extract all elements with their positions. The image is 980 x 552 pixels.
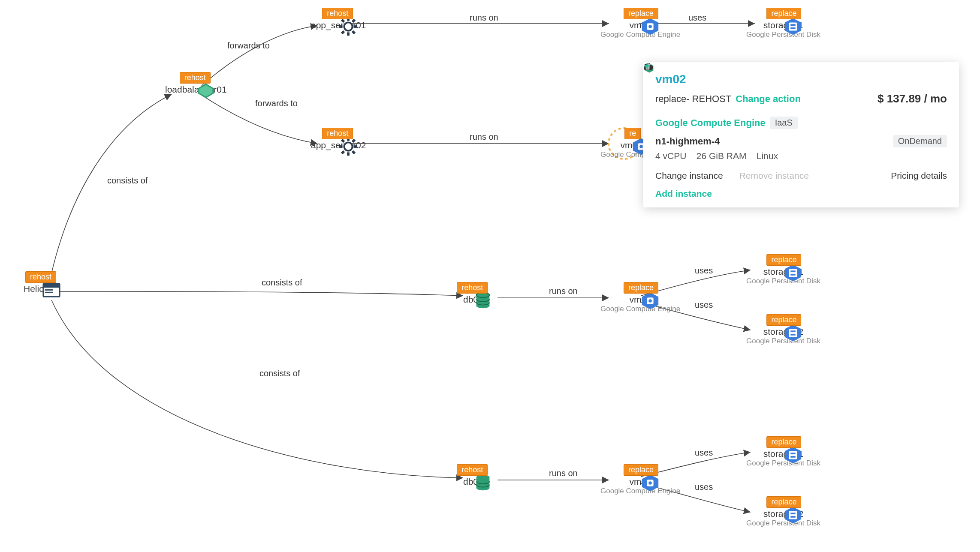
panel-instance: n1-highmem-4 [655,136,720,147]
panel-price: $ 137.89 / mo [877,92,947,105]
panel-service: Google Compute Engine [655,117,766,129]
node-storage01-c[interactable]: replace storage01 Google Persistent Disk [746,439,820,468]
node-label: storage01 [746,20,820,30]
node-sublabel: Google Persistent Disk [746,459,820,468]
node-label: storage02 [746,509,820,519]
edge-label: consists of [107,176,148,186]
edge-label: runs on [549,468,578,478]
node-sublabel: Google Compute Engine [600,305,680,313]
edge-label: runs on [470,132,498,142]
node-label: app_server01 [311,20,366,30]
node-label: Helios BI [24,284,60,294]
edge-label: uses [695,448,713,458]
spec-os: Linux [757,151,778,161]
node-storage01-a[interactable]: replace storage01 Google Persistent Disk [746,11,820,39]
edge-label: consists of [259,369,300,378]
edge-label: uses [688,13,706,23]
add-instance-button[interactable]: Add instance [655,189,947,199]
svg-rect-13 [352,30,356,34]
badge-rehost: rehost [25,271,56,283]
node-db01[interactable]: rehost db01 [463,285,483,305]
node-label: storage01 [746,267,820,277]
svg-marker-65 [645,64,654,68]
badge-rehost: rehost [180,72,211,84]
node-db02[interactable]: rehost db02 [463,467,483,487]
node-label: vm04 [600,477,680,487]
panel-action-prefix: replace- REHOST [655,93,731,105]
badge-rehost: rehost [322,8,353,19]
node-sublabel: Google Compute Engine [600,30,680,39]
svg-rect-22 [352,150,356,154]
badge-replace: replace [624,464,658,476]
edge-label: consists of [262,278,302,288]
node-loadbalancer01[interactable]: rehost loadbalancer01 [165,75,227,95]
badge-replace: replace [766,436,801,448]
svg-rect-15 [341,30,345,34]
panel-title: vm02 [655,72,686,86]
change-action-link[interactable]: Change action [736,93,801,105]
panel-pricing-model: OnDemand [893,135,947,147]
edge-label: forwards to [255,99,298,108]
panel-service-tier: IaaS [770,117,798,129]
edge-label: runs on [470,13,498,23]
node-detail-panel: vm02 replace- REHOST Change action $ 137… [643,62,959,207]
edge-label: runs on [549,286,578,296]
svg-rect-24 [341,150,345,154]
badge-rehost: rehost [322,128,353,139]
remove-instance-button: Remove instance [739,171,809,181]
badge-rehost: rehost [457,464,488,476]
node-vm01[interactable]: replace vm01 Google Compute Engine [600,11,680,39]
node-label: app_server02 [311,140,366,150]
node-sublabel: Google Persistent Disk [746,277,820,285]
node-label: vm03 [600,294,680,305]
badge-replace: replace [766,496,801,508]
edge-label: uses [695,482,713,492]
edge-label: uses [695,300,713,310]
node-label: db02 [463,477,483,487]
svg-rect-9 [347,32,350,36]
cube-icon [643,62,655,74]
node-helios-bi[interactable]: rehost Helios BI [24,274,60,294]
cloud-icon [643,62,654,72]
node-label: db01 [463,294,483,305]
pricing-details-button[interactable]: Pricing details [891,171,947,181]
badge-replace: replace [624,282,658,294]
spec-cpu: 4 vCPU [655,151,686,161]
svg-rect-18 [347,152,350,156]
node-sublabel: Google Compute Engine [600,487,680,495]
svg-marker-64 [645,64,654,73]
plus-icon [643,62,651,70]
node-app-server02[interactable]: rehost app_server02 [311,131,366,150]
node-label: storage01 [746,449,820,459]
badge-replace: replace [624,8,658,19]
badge-replace: replace [766,8,801,19]
badge-replace: replace [766,314,801,326]
change-instance-button[interactable]: Change instance [655,171,723,181]
node-app-server01[interactable]: rehost app_server01 [311,11,366,30]
topology-canvas[interactable]: consists of forwards to forwards to runs… [0,0,980,552]
edge-label: uses [695,266,713,276]
wrench-icon [643,62,652,71]
node-vm04[interactable]: replace vm04 Google Compute Engine [600,467,680,495]
node-label: loadbalancer01 [165,84,227,95]
badge-replace: re [624,128,641,139]
node-label: vm01 [600,20,680,30]
node-storage02-c[interactable]: replace storage02 Google Persistent Disk [746,499,820,528]
node-storage02-b[interactable]: replace storage02 Google Persistent Disk [746,317,820,345]
node-sublabel: Google Persistent Disk [746,337,820,345]
edge-label: forwards to [227,41,270,51]
badge-replace: replace [766,254,801,266]
node-sublabel: Google Persistent Disk [746,30,820,39]
trash-icon [643,62,652,71]
spec-ram: 26 GiB RAM [697,151,747,161]
node-label: storage02 [746,327,820,337]
node-vm03[interactable]: replace vm03 Google Compute Engine [600,285,680,313]
node-storage01-b[interactable]: replace storage01 Google Persistent Disk [746,257,820,285]
chevron-down-icon [643,62,649,68]
badge-rehost: rehost [457,282,488,294]
node-sublabel: Google Persistent Disk [746,519,820,528]
